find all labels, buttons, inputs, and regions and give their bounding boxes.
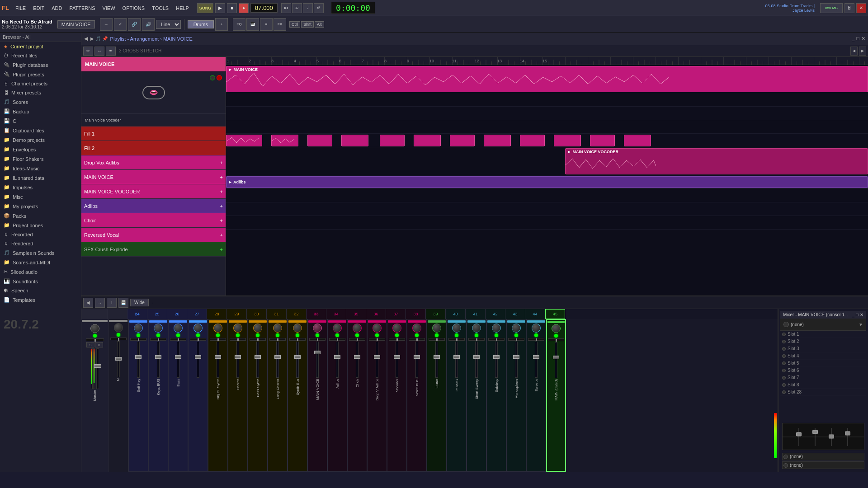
ch45-knob[interactable] bbox=[552, 324, 561, 333]
track-add-icon6[interactable]: + bbox=[220, 232, 223, 238]
sidebar-item-mixer-presets[interactable]: 🎛 Mixer presets bbox=[0, 88, 81, 97]
panel-minimize[interactable]: _ bbox=[852, 312, 854, 317]
ch41-knob[interactable] bbox=[472, 324, 481, 333]
channel-ch32[interactable]: Synth Bus bbox=[288, 319, 307, 472]
pan-ch40[interactable] bbox=[448, 338, 465, 341]
menu-options[interactable]: OPTIONS bbox=[120, 5, 148, 12]
sidebar-item-packs[interactable]: 📦 Packs bbox=[0, 211, 81, 221]
mixer-wave-btn[interactable]: ≈ bbox=[95, 298, 105, 308]
playlist-canvas[interactable]: 1 2 3 4 5 6 7 8 9 10 11 12 13 14 bbox=[226, 57, 868, 296]
ch35-knob[interactable] bbox=[353, 324, 362, 333]
menu-file[interactable]: FILE bbox=[13, 5, 28, 12]
menu-edit[interactable]: EDIT bbox=[30, 5, 47, 12]
pan-ch27[interactable] bbox=[190, 338, 206, 341]
none-dropdown-1[interactable]: (none) bbox=[782, 453, 864, 460]
slot-5[interactable]: Slot 5 bbox=[780, 360, 866, 367]
track-header-adlibs[interactable]: Adlibs + bbox=[81, 199, 226, 213]
channel-ch36[interactable]: Drop V Adlibs bbox=[367, 319, 387, 472]
ch42-knob[interactable] bbox=[492, 324, 501, 333]
ch29-knob[interactable] bbox=[233, 324, 242, 333]
channel-ch42[interactable]: Subdrop bbox=[486, 319, 506, 472]
pan-ch29[interactable] bbox=[230, 338, 246, 341]
channel-ch39[interactable]: Guitar bbox=[427, 319, 447, 472]
close-fl-btn[interactable]: ✕ bbox=[856, 3, 866, 13]
slot-3[interactable]: Slot 3 bbox=[780, 345, 866, 352]
channel-ch40[interactable]: Impact1 bbox=[447, 319, 467, 472]
ch28-knob[interactable] bbox=[213, 324, 222, 333]
channel-ch31[interactable]: Long Chords bbox=[268, 319, 288, 472]
link-btn[interactable]: 🔗 bbox=[128, 18, 141, 31]
track-add-icon3[interactable]: + bbox=[220, 189, 223, 194]
pan-ch34[interactable] bbox=[329, 338, 345, 341]
slot-6[interactable]: Slot 6 bbox=[780, 367, 866, 374]
track-header-vocoder[interactable]: MAIN VOICE VOCODER + bbox=[81, 184, 226, 199]
track-header-main-voice2[interactable]: MAIN VOICE + bbox=[81, 170, 226, 184]
track-header-sfx[interactable]: SFX Crush Explode + bbox=[81, 242, 226, 257]
sidebar-item-plugin-database[interactable]: 🔌 Plugin database bbox=[0, 60, 81, 70]
channel-ch30[interactable]: Bass Synth bbox=[248, 319, 268, 472]
pan-ch33[interactable] bbox=[309, 338, 326, 341]
channel-ch33[interactable]: MAIN VOICE bbox=[307, 319, 327, 472]
clip-block8[interactable] bbox=[484, 135, 511, 146]
channel-ch25[interactable]: Keys BUS bbox=[148, 319, 168, 472]
channel-ch41[interactable]: Short Sweep bbox=[467, 319, 486, 472]
sidebar-item-rendered[interactable]: 🎙 Rendered bbox=[0, 239, 81, 248]
ch33-knob[interactable] bbox=[313, 324, 322, 333]
pan-ch24[interactable] bbox=[130, 338, 146, 341]
fader-thumb-ch43[interactable] bbox=[513, 355, 519, 359]
pan-ch31[interactable] bbox=[269, 338, 286, 341]
channel-ch43[interactable]: Atmosphere bbox=[506, 319, 526, 472]
adlibs-clip[interactable]: ► Adlibs bbox=[226, 176, 868, 188]
ch25-knob[interactable] bbox=[154, 324, 163, 333]
track-edit-btn[interactable]: ✏ bbox=[83, 47, 93, 56]
track-add-icon[interactable]: + bbox=[220, 160, 223, 165]
pan-ch37[interactable] bbox=[389, 338, 405, 341]
clip-block5[interactable] bbox=[380, 135, 405, 146]
vol-btn[interactable]: 🔊 bbox=[142, 18, 155, 31]
ch38-knob[interactable] bbox=[412, 324, 421, 333]
pan-ch41[interactable] bbox=[468, 338, 485, 341]
channel-ch24[interactable]: Soft Key bbox=[128, 319, 148, 472]
slot-28[interactable]: Slot 28 bbox=[780, 389, 866, 396]
panel-maximize[interactable]: □ bbox=[856, 312, 859, 317]
ch36-knob[interactable] bbox=[373, 324, 382, 333]
track-label-main-voice[interactable]: MAIN VOICE bbox=[81, 57, 226, 71]
playlist-maximize[interactable]: □ bbox=[856, 36, 859, 42]
mixer-up-btn[interactable]: ↑ bbox=[107, 298, 117, 308]
ch37-knob[interactable] bbox=[392, 324, 401, 333]
sidebar-item-sliced-audio[interactable]: ✂ Sliced audio bbox=[0, 267, 81, 277]
fader-thumb-ch31[interactable] bbox=[274, 355, 281, 359]
ch24-knob[interactable] bbox=[134, 324, 143, 333]
clip-block9[interactable] bbox=[520, 135, 545, 146]
track-add-icon2[interactable]: + bbox=[220, 174, 223, 180]
fader-thumb-ch30[interactable] bbox=[255, 355, 261, 359]
channel-ch29[interactable]: Chords bbox=[228, 319, 248, 472]
fader-thumb-ch26[interactable] bbox=[175, 355, 181, 359]
sidebar-item-current-project[interactable]: ★ Current project bbox=[0, 42, 81, 51]
sidebar-item-plugin-presets[interactable]: 🔌 Plugin presets bbox=[0, 70, 81, 79]
pan-ch43[interactable] bbox=[508, 338, 524, 341]
sidebar-item-recent-files[interactable]: ⏱ Recent files bbox=[0, 51, 81, 60]
pan-ch32[interactable] bbox=[289, 338, 306, 341]
receive-btn[interactable]: R bbox=[95, 342, 103, 347]
pan-m[interactable] bbox=[110, 338, 127, 340]
ch30-knob[interactable] bbox=[253, 324, 262, 333]
mixer-vol-btn[interactable]: ≡ bbox=[260, 18, 273, 31]
channel-ch38[interactable]: Voice BUS bbox=[407, 319, 427, 472]
clip-block6[interactable] bbox=[414, 135, 441, 146]
ch32-knob[interactable] bbox=[293, 324, 302, 333]
ch34-knob[interactable] bbox=[333, 324, 342, 333]
mixer-channels-scroll[interactable]: 24 25 26 27 28 29 30 31 32 33 bbox=[81, 309, 778, 472]
menu-patterns[interactable]: PATTERNS bbox=[66, 5, 98, 12]
channel-ch44[interactable]: Sweeps bbox=[526, 319, 546, 472]
mixer-back-btn[interactable]: ◀ bbox=[83, 298, 93, 308]
wide-mode-btn[interactable]: Wide bbox=[130, 299, 149, 306]
pan-ch44[interactable] bbox=[528, 338, 544, 341]
channel-add-btn[interactable]: + bbox=[215, 18, 228, 31]
channel-ch35[interactable]: Choir bbox=[347, 319, 367, 472]
pan-ch36[interactable] bbox=[369, 338, 385, 341]
fader-thumb-ch36[interactable] bbox=[374, 355, 380, 359]
pan-ch28[interactable] bbox=[210, 338, 226, 341]
fader-thumb-ch33[interactable] bbox=[314, 351, 321, 354]
track-header-choir[interactable]: Choir + bbox=[81, 213, 226, 228]
